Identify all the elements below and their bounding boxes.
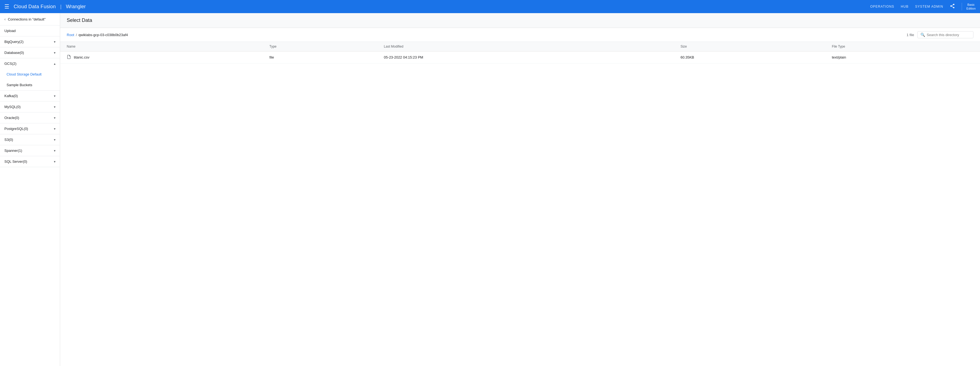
file-table-header: Name Type Last Modified Size File Type (60, 42, 980, 51)
database-header[interactable]: Database(0) ▾ (0, 47, 60, 58)
sidebar-section-oracle: Oracle(0) ▾ (0, 113, 60, 123)
kafka-label: Kafka(0) (5, 94, 18, 98)
topnav-right: OPERATIONS HUB SYSTEM ADMIN Basic Editio… (870, 3, 975, 11)
system-admin-link[interactable]: SYSTEM ADMIN (915, 5, 943, 8)
gcs-chevron-icon: ▴ (54, 62, 56, 66)
sidebar-section-database: Database(0) ▾ (0, 47, 60, 58)
gcs-header[interactable]: GCS(2) ▴ (0, 58, 60, 69)
s3-chevron-icon: ▾ (54, 138, 56, 142)
file-mimetype-cell: text/plain (825, 51, 980, 64)
operations-link[interactable]: OPERATIONS (870, 5, 894, 8)
cloud-storage-default-label: Cloud Storage Default (6, 72, 41, 76)
kafka-header[interactable]: Kafka(0) ▾ (0, 91, 60, 101)
edition-badge: Basic Edition (962, 3, 975, 11)
search-icon: 🔍 (920, 33, 925, 37)
col-size: Size (674, 42, 826, 51)
sample-buckets-label: Sample Buckets (6, 83, 32, 87)
s3-label: S3(0) (5, 138, 13, 142)
col-last-modified: Last Modified (377, 42, 674, 51)
breadcrumb-separator: / (76, 33, 77, 37)
hub-link[interactable]: HUB (901, 5, 908, 8)
spanner-chevron-icon: ▾ (54, 149, 56, 153)
spanner-header[interactable]: Spanner(1) ▾ (0, 145, 60, 156)
sqlserver-label: SQL Server(0) (5, 159, 27, 164)
file-modified-cell: 05-23-2022 04:15:23 PM (377, 51, 674, 64)
col-file-type: File Type (825, 42, 980, 51)
file-name: titanic.csv (74, 55, 89, 59)
sqlserver-chevron-icon: ▾ (54, 160, 56, 164)
layout: ‹ Connections in "default" Upload BigQue… (0, 13, 980, 366)
sidebar-section-spanner: Spanner(1) ▾ (0, 145, 60, 156)
mysql-header[interactable]: MySQL(0) ▾ (0, 102, 60, 112)
topnav-brand: ☰ Cloud Data Fusion | Wrangler (5, 3, 870, 10)
sidebar-header-title: Connections in "default" (8, 17, 46, 21)
sidebar-section-gcs: GCS(2) ▴ Cloud Storage Default ⋮ Sample … (0, 58, 60, 91)
sidebar-item-sample-buckets[interactable]: Sample Buckets ⋮ (0, 80, 60, 90)
oracle-chevron-icon: ▾ (54, 116, 56, 120)
mysql-chevron-icon: ▾ (54, 105, 56, 109)
share-icon[interactable] (950, 3, 955, 10)
sidebar-section-sqlserver: SQL Server(0) ▾ (0, 156, 60, 167)
sidebar-item-cloud-storage-default[interactable]: Cloud Storage Default ⋮ (0, 69, 60, 80)
sub-name: Wrangler (66, 4, 86, 10)
bigquery-label: BigQuery(2) (5, 40, 24, 44)
app-name: Cloud Data Fusion (14, 4, 56, 10)
bigquery-chevron-icon: ▾ (54, 40, 56, 44)
postgresql-chevron-icon: ▾ (54, 127, 56, 131)
sqlserver-header[interactable]: SQL Server(0) ▾ (0, 156, 60, 167)
breadcrumb: Root / qwiklabs-gcp-03-c038b0b23af4 (67, 33, 128, 37)
topnav: ☰ Cloud Data Fusion | Wrangler OPERATION… (0, 0, 980, 13)
postgresql-header[interactable]: PostgreSQL(0) ▾ (0, 123, 60, 134)
database-chevron-icon: ▾ (54, 51, 56, 55)
main-content: Select Data Root / qwiklabs-gcp-03-c038b… (60, 13, 980, 366)
table-row[interactable]: titanic.csv file 05-23-2022 04:15:23 PM … (60, 51, 980, 64)
file-count: 1 file (907, 33, 914, 37)
file-icon (67, 55, 71, 60)
page-title: Select Data (67, 18, 974, 23)
breadcrumb-path: qwiklabs-gcp-03-c038b0b23af4 (78, 33, 128, 37)
spanner-label: Spanner(1) (5, 148, 22, 153)
main-header: Select Data (60, 13, 980, 28)
sidebar-section-postgresql: PostgreSQL(0) ▾ (0, 123, 60, 134)
kafka-chevron-icon: ▾ (54, 94, 56, 98)
sidebar: ‹ Connections in "default" Upload BigQue… (0, 13, 60, 366)
col-type: Type (263, 42, 377, 51)
breadcrumb-root[interactable]: Root (67, 33, 74, 37)
breadcrumb-bar: Root / qwiklabs-gcp-03-c038b0b23af4 1 fi… (60, 28, 980, 42)
file-name-cell: titanic.csv (60, 51, 263, 64)
bigquery-header[interactable]: BigQuery(2) ▾ (0, 37, 60, 47)
sidebar-section-kafka: Kafka(0) ▾ (0, 91, 60, 102)
file-table: Name Type Last Modified Size File Type t… (60, 42, 980, 64)
sidebar-upload-item[interactable]: Upload (0, 25, 60, 37)
s3-header[interactable]: S3(0) ▾ (0, 134, 60, 145)
file-type-cell: file (263, 51, 377, 64)
search-input[interactable] (927, 33, 970, 37)
col-name: Name (60, 42, 263, 51)
sidebar-header[interactable]: ‹ Connections in "default" (0, 13, 60, 25)
menu-icon[interactable]: ☰ (5, 3, 9, 10)
sidebar-section-s3: S3(0) ▾ (0, 134, 60, 145)
mysql-label: MySQL(0) (5, 105, 21, 109)
file-table-body: titanic.csv file 05-23-2022 04:15:23 PM … (60, 51, 980, 64)
postgresql-label: PostgreSQL(0) (5, 127, 28, 131)
brand-divider: | (60, 4, 62, 10)
back-arrow-icon: ‹ (5, 17, 6, 21)
sidebar-section-mysql: MySQL(0) ▾ (0, 102, 60, 113)
breadcrumb-right: 1 file 🔍 (907, 31, 974, 38)
oracle-header[interactable]: Oracle(0) ▾ (0, 113, 60, 123)
database-label: Database(0) (5, 51, 24, 55)
search-box: 🔍 (917, 31, 974, 38)
oracle-label: Oracle(0) (5, 116, 19, 120)
gcs-label: GCS(2) (5, 62, 16, 66)
file-size-cell: 60.35KB (674, 51, 826, 64)
sidebar-section-bigquery: BigQuery(2) ▾ (0, 37, 60, 47)
